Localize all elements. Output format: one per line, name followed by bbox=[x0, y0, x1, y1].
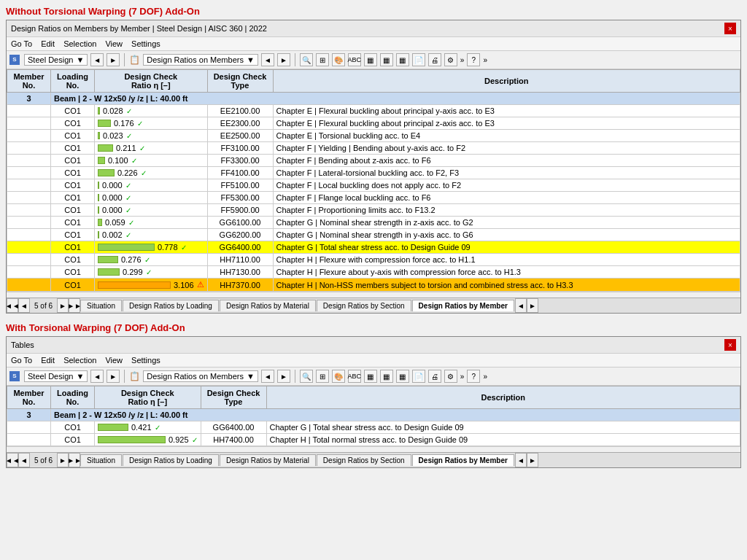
b-grid-btn[interactable]: ▦ bbox=[364, 370, 377, 383]
b-menu-selection[interactable]: Selection bbox=[63, 356, 96, 365]
filter-btn[interactable]: ⊞ bbox=[316, 53, 329, 66]
bottom-tab-bar: ◄◄ ◄ 5 of 6 ► ►► Situation Design Ratios… bbox=[7, 452, 740, 467]
settings-btn[interactable]: ⚙ bbox=[444, 53, 457, 66]
bottom-close-button[interactable]: × bbox=[724, 339, 736, 351]
cell-loading: CO1 bbox=[51, 217, 95, 229]
member-no: 3 bbox=[7, 409, 51, 421]
grid-btn[interactable]: ▦ bbox=[364, 53, 377, 66]
b-tab-by-material[interactable]: Design Ratios by Material bbox=[220, 454, 316, 466]
b-menu-edit[interactable]: Edit bbox=[41, 356, 55, 365]
ratio-value: 0.276 bbox=[121, 255, 142, 264]
tab-last-btn[interactable]: ►► bbox=[69, 298, 80, 313]
b-table-select[interactable]: Design Ratios on Members ▼ bbox=[143, 370, 258, 382]
b-tab-situation[interactable]: Situation bbox=[80, 454, 122, 466]
table-row: CO1 0.000 ✓ FF5900.00 Chapter F | Propor… bbox=[7, 204, 740, 217]
b-tab-by-member[interactable]: Design Ratios by Member bbox=[412, 454, 514, 466]
b-tab-first-btn[interactable]: ◄◄ bbox=[7, 453, 18, 467]
menu-settings[interactable]: Settings bbox=[131, 39, 160, 48]
b-menu-settings[interactable]: Settings bbox=[131, 356, 160, 365]
top-table-next-btn[interactable]: ► bbox=[277, 53, 290, 66]
top-next-btn[interactable]: ► bbox=[107, 53, 120, 66]
menu-edit[interactable]: Edit bbox=[41, 39, 55, 48]
b-tab-by-loading[interactable]: Design Ratios by Loading bbox=[123, 454, 219, 466]
table-row: CO1 0.002 ✓ GG6200.00 Chapter G | Nomina… bbox=[7, 229, 740, 241]
b-tab-prev-btn[interactable]: ◄ bbox=[18, 453, 30, 467]
b-prev-btn[interactable]: ◄ bbox=[90, 370, 104, 383]
top-design-select[interactable]: Steel Design ▼ bbox=[24, 54, 88, 66]
top-scrollbar[interactable] bbox=[7, 292, 740, 298]
top-section-title: Without Torsional Warping (7 DOF) Add-On bbox=[6, 6, 741, 17]
ratio-value: 0.023 bbox=[103, 131, 123, 140]
table-row: CO1 0.000 ✓ FF5300.00 Chapter F | Flange… bbox=[7, 192, 740, 204]
color-btn[interactable]: 🎨 bbox=[332, 53, 345, 66]
export-btn[interactable]: 📄 bbox=[412, 53, 425, 66]
cell-ratio: 0.925 ✓ bbox=[95, 434, 201, 446]
tab-by-section[interactable]: Design Ratios by Section bbox=[317, 300, 411, 311]
toolbar-divider-2 bbox=[295, 53, 295, 66]
top-close-button[interactable]: × bbox=[724, 23, 736, 34]
b-export-btn[interactable]: 📄 bbox=[412, 370, 425, 383]
top-prev-btn[interactable]: ◄ bbox=[90, 53, 104, 66]
cell-loading: CO1 bbox=[51, 192, 95, 204]
b-table-prev-btn[interactable]: ◄ bbox=[261, 370, 274, 383]
cell-loading: CO1 bbox=[51, 241, 95, 254]
print-btn[interactable]: 🖨 bbox=[428, 53, 441, 66]
ratio-value: 0.925 bbox=[169, 435, 189, 444]
b-menu-goto[interactable]: Go To bbox=[11, 356, 32, 365]
top-table-prev-btn[interactable]: ◄ bbox=[261, 53, 274, 66]
tab-by-member[interactable]: Design Ratios by Member bbox=[412, 300, 514, 311]
cell-member bbox=[7, 421, 51, 434]
bottom-scrollbar[interactable] bbox=[7, 446, 740, 452]
cell-member bbox=[7, 130, 51, 142]
top-table-select[interactable]: Design Ratios on Members ▼ bbox=[143, 54, 258, 66]
tab-first-btn[interactable]: ◄◄ bbox=[7, 298, 18, 313]
menu-goto[interactable]: Go To bbox=[11, 39, 32, 48]
b-tab-scroll-prev[interactable]: ◄ bbox=[515, 453, 527, 467]
table-row: CO1 0.000 ✓ FF5100.00 Chapter F | Local … bbox=[7, 179, 740, 192]
tab-scroll-next[interactable]: ► bbox=[527, 298, 538, 313]
b-tab-by-section[interactable]: Design Ratios by Section bbox=[317, 454, 411, 466]
more2-btn[interactable]: » bbox=[483, 56, 487, 64]
tab-scroll-prev[interactable]: ◄ bbox=[515, 298, 527, 313]
b-settings-btn[interactable]: ⚙ bbox=[444, 370, 457, 383]
cell-ratio: 0.023 ✓ bbox=[95, 130, 208, 142]
grid2-btn[interactable]: ▦ bbox=[380, 53, 393, 66]
b-tab-last-btn[interactable]: ►► bbox=[69, 453, 80, 467]
tab-by-loading[interactable]: Design Ratios by Loading bbox=[123, 300, 219, 311]
ratio-bar bbox=[98, 132, 100, 139]
cell-loading: CO1 bbox=[51, 167, 95, 179]
tab-situation[interactable]: Situation bbox=[80, 300, 122, 311]
b-grid2-btn[interactable]: ▦ bbox=[380, 370, 393, 383]
help-btn[interactable]: ? bbox=[467, 53, 480, 66]
b-grid3-btn[interactable]: ▦ bbox=[396, 370, 409, 383]
cell-ratio: 3.106 ⚠ bbox=[95, 279, 208, 292]
bottom-toolbar: S Steel Design ▼ ◄ ► 📋 Design Ratios on … bbox=[7, 368, 740, 386]
b-filter-btn[interactable]: ⊞ bbox=[316, 370, 329, 383]
b-print-btn[interactable]: 🖨 bbox=[428, 370, 441, 383]
menu-selection[interactable]: Selection bbox=[63, 39, 96, 48]
b-menu-view[interactable]: View bbox=[105, 356, 123, 365]
b-more2-btn[interactable]: » bbox=[483, 373, 487, 381]
b-color-btn[interactable]: 🎨 bbox=[332, 370, 345, 383]
menu-view[interactable]: View bbox=[105, 39, 123, 48]
tab-prev-btn[interactable]: ◄ bbox=[18, 298, 30, 313]
abc-btn[interactable]: ABC bbox=[348, 53, 361, 66]
table-member-row: 3 Beam | 2 - W 12x50 /y /z | L: 40.00 ft bbox=[7, 93, 740, 105]
check-icon: ✓ bbox=[139, 144, 145, 152]
b-abc-btn[interactable]: ABC bbox=[348, 370, 361, 383]
b-more-btn[interactable]: » bbox=[460, 373, 465, 381]
ratio-bar bbox=[98, 424, 128, 431]
b-table-next-btn[interactable]: ► bbox=[277, 370, 290, 383]
b-next-btn[interactable]: ► bbox=[107, 370, 120, 383]
b-tab-scroll-next[interactable]: ► bbox=[527, 453, 538, 467]
b-search-btn[interactable]: 🔍 bbox=[300, 370, 313, 383]
more-btn[interactable]: » bbox=[460, 56, 465, 64]
b-help-btn[interactable]: ? bbox=[467, 370, 480, 383]
grid3-btn[interactable]: ▦ bbox=[396, 53, 409, 66]
b-design-select[interactable]: Steel Design ▼ bbox=[24, 370, 88, 382]
tab-by-material[interactable]: Design Ratios by Material bbox=[220, 300, 316, 311]
search-btn[interactable]: 🔍 bbox=[300, 53, 313, 66]
cell-check: HH7370.00 bbox=[207, 279, 273, 292]
cell-desc: Chapter H | Flexure with compression for… bbox=[273, 254, 740, 266]
b-table-icon: 📋 bbox=[129, 371, 140, 381]
